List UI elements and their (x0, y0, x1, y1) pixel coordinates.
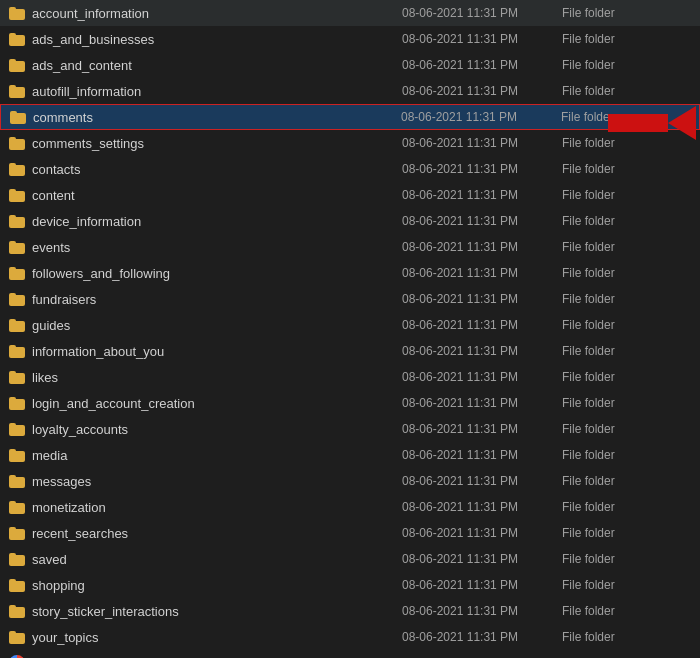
file-type: File folder (562, 318, 692, 332)
file-date: 08-06-2021 11:31 PM (402, 526, 562, 540)
file-row[interactable]: fundraisers08-06-2021 11:31 PMFile folde… (0, 286, 700, 312)
file-date: 08-06-2021 11:31 PM (402, 344, 562, 358)
file-date: 08-06-2021 11:31 PM (402, 552, 562, 566)
file-row[interactable]: story_sticker_interactions08-06-2021 11:… (0, 598, 700, 624)
file-name: information_about_you (32, 344, 402, 359)
file-row[interactable]: ads_and_content08-06-2021 11:31 PMFile f… (0, 52, 700, 78)
file-date: 08-06-2021 11:31 PM (402, 266, 562, 280)
file-type: File folder (562, 370, 692, 384)
file-name: followers_and_following (32, 266, 402, 281)
file-type: File folder (562, 188, 692, 202)
folder-icon (9, 319, 25, 332)
file-date: 08-06-2021 11:31 PM (402, 422, 562, 436)
file-type: File folder (562, 6, 692, 20)
folder-icon (9, 475, 25, 488)
file-row[interactable]: likes08-06-2021 11:31 PMFile folder (0, 364, 700, 390)
file-name: story_sticker_interactions (32, 604, 402, 619)
folder-icon (9, 163, 25, 176)
file-row[interactable]: ads_and_businesses08-06-2021 11:31 PMFil… (0, 26, 700, 52)
file-type: File folder (562, 604, 692, 618)
file-row[interactable]: guides08-06-2021 11:31 PMFile folder (0, 312, 700, 338)
file-row[interactable]: your_topics08-06-2021 11:31 PMFile folde… (0, 624, 700, 650)
file-date: 08-06-2021 11:31 PM (402, 58, 562, 72)
file-date: 08-06-2021 11:31 PM (402, 578, 562, 592)
file-type: File folder (562, 58, 692, 72)
file-row[interactable]: comments_settings08-06-2021 11:31 PMFile… (0, 130, 700, 156)
file-name: messages (32, 474, 402, 489)
file-row[interactable]: saved08-06-2021 11:31 PMFile folder (0, 546, 700, 572)
folder-icon (9, 85, 25, 98)
folder-icon (9, 241, 25, 254)
file-date: 08-06-2021 11:31 PM (402, 604, 562, 618)
file-row[interactable]: shopping08-06-2021 11:31 PMFile folder (0, 572, 700, 598)
folder-icon (9, 189, 25, 202)
file-row[interactable]: contacts08-06-2021 11:31 PMFile folder (0, 156, 700, 182)
file-date: 08-06-2021 11:31 PM (402, 188, 562, 202)
file-row[interactable]: loyalty_accounts08-06-2021 11:31 PMFile … (0, 416, 700, 442)
file-type: File folder (561, 110, 691, 124)
folder-icon (9, 137, 25, 150)
file-type: File folder (562, 266, 692, 280)
file-date: 08-06-2021 11:31 PM (401, 110, 561, 124)
file-row[interactable]: device_information08-06-2021 11:31 PMFil… (0, 208, 700, 234)
folder-icon (9, 397, 25, 410)
file-name: content (32, 188, 402, 203)
file-type: File folder (562, 526, 692, 540)
file-date: 08-06-2021 11:31 PM (402, 84, 562, 98)
folder-icon (9, 501, 25, 514)
folder-icon (9, 553, 25, 566)
file-date: 08-06-2021 11:31 PM (402, 448, 562, 462)
file-row[interactable]: comments08-06-2021 11:31 PMFile folder (0, 104, 700, 130)
file-name: recent_searches (32, 526, 402, 541)
file-row[interactable]: monetization08-06-2021 11:31 PMFile fold… (0, 494, 700, 520)
file-name: comments_settings (32, 136, 402, 151)
folder-icon (9, 293, 25, 306)
file-name: device_information (32, 214, 402, 229)
folder-icon (9, 449, 25, 462)
file-type: File folder (562, 214, 692, 228)
file-name: shopping (32, 578, 402, 593)
file-row[interactable]: recent_searches08-06-2021 11:31 PMFile f… (0, 520, 700, 546)
file-date: 08-06-2021 11:31 PM (402, 32, 562, 46)
file-date: 08-06-2021 11:31 PM (402, 240, 562, 254)
file-type: File folder (562, 500, 692, 514)
file-date: 08-06-2021 11:31 PM (402, 136, 562, 150)
file-type: File folder (562, 292, 692, 306)
file-row[interactable]: events08-06-2021 11:31 PMFile folder (0, 234, 700, 260)
file-row[interactable]: content08-06-2021 11:31 PMFile folder (0, 182, 700, 208)
folder-icon (9, 605, 25, 618)
file-name: contacts (32, 162, 402, 177)
file-name: ads_and_businesses (32, 32, 402, 47)
file-type: File folder (562, 32, 692, 46)
file-row[interactable]: autofill_information08-06-2021 11:31 PMF… (0, 78, 700, 104)
file-row[interactable]: information_about_you08-06-2021 11:31 PM… (0, 338, 700, 364)
file-row[interactable]: messages08-06-2021 11:31 PMFile folder (0, 468, 700, 494)
file-name: your_topics (32, 630, 402, 645)
file-type: File folder (562, 344, 692, 358)
folder-icon (9, 631, 25, 644)
file-type: File folder (562, 84, 692, 98)
file-date: 08-06-2021 11:31 PM (402, 6, 562, 20)
folder-icon (9, 33, 25, 46)
folder-icon (9, 267, 25, 280)
file-name: ads_and_content (32, 58, 402, 73)
file-row[interactable]: media08-06-2021 11:31 PMFile folder (0, 442, 700, 468)
file-date: 08-06-2021 11:31 PM (402, 318, 562, 332)
folder-icon (9, 579, 25, 592)
file-type: File folder (562, 136, 692, 150)
file-type: File folder (562, 240, 692, 254)
file-row[interactable]: account_information08-06-2021 11:31 PMFi… (0, 0, 700, 26)
file-type: File folder (562, 448, 692, 462)
file-date: 08-06-2021 11:31 PM (402, 396, 562, 410)
file-row[interactable]: index08-06-2021 11:31 PMChrome HTML Do..… (0, 650, 700, 658)
file-row[interactable]: followers_and_following08-06-2021 11:31 … (0, 260, 700, 286)
file-name: events (32, 240, 402, 255)
file-type: File folder (562, 396, 692, 410)
file-name: account_information (32, 6, 402, 21)
file-type: File folder (562, 578, 692, 592)
file-name: login_and_account_creation (32, 396, 402, 411)
file-date: 08-06-2021 11:31 PM (402, 500, 562, 514)
file-name: fundraisers (32, 292, 402, 307)
file-row[interactable]: login_and_account_creation08-06-2021 11:… (0, 390, 700, 416)
file-name: monetization (32, 500, 402, 515)
